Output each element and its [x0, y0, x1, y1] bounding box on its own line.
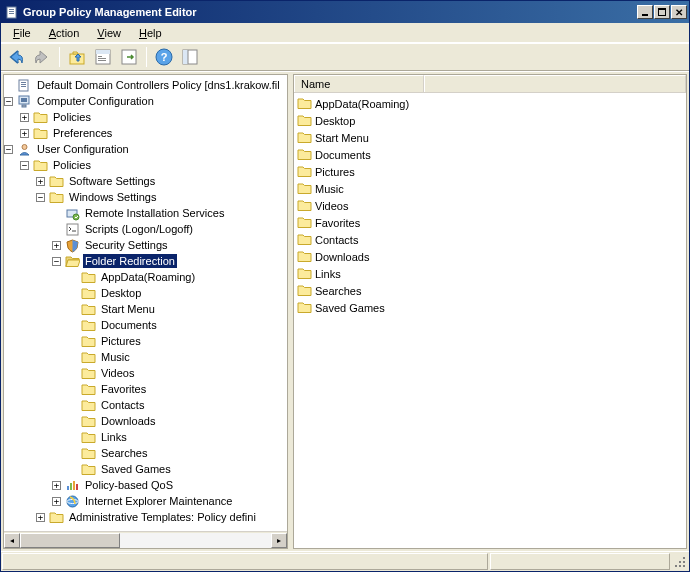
expand-icon[interactable]: + — [36, 177, 45, 186]
i-folder — [81, 302, 96, 317]
list-item-0[interactable]: AppData(Roaming) — [294, 95, 686, 112]
i-folder — [81, 430, 96, 445]
tree-item-user-config[interactable]: −User Configuration — [4, 141, 287, 157]
collapse-icon[interactable]: − — [4, 97, 13, 106]
forward-button[interactable] — [31, 46, 53, 68]
tree-item-cc-policies[interactable]: +Policies — [4, 109, 287, 125]
list-item-2[interactable]: Start Menu — [294, 129, 686, 146]
tree-item-redir-11[interactable]: Searches — [4, 445, 287, 461]
list[interactable]: AppData(Roaming)DesktopStart MenuDocumen… — [294, 93, 686, 548]
scroll-thumb[interactable] — [20, 533, 120, 548]
tree-item-redir-10[interactable]: Links — [4, 429, 287, 445]
expand-icon[interactable]: + — [36, 513, 45, 522]
tree-item-redir-5[interactable]: Music — [4, 349, 287, 365]
tree-label: Policy-based QoS — [83, 478, 175, 492]
list-item-1[interactable]: Desktop — [294, 112, 686, 129]
i-folder — [81, 414, 96, 429]
list-item-5[interactable]: Music — [294, 180, 686, 197]
export-button[interactable] — [118, 46, 140, 68]
expand-icon[interactable]: + — [52, 241, 61, 250]
list-item-11[interactable]: Searches — [294, 282, 686, 299]
titlebar[interactable]: Group Policy Management Editor ✕ — [1, 1, 689, 23]
menu-action[interactable]: Action — [41, 25, 88, 41]
svg-rect-31 — [658, 8, 666, 10]
tree-item-software-settings[interactable]: +Software Settings — [4, 173, 287, 189]
back-button[interactable] — [5, 46, 27, 68]
tree-item-redir-1[interactable]: Desktop — [4, 285, 287, 301]
tree-item-admin-templates[interactable]: +Administrative Templates: Policy defini — [4, 509, 287, 525]
svg-rect-36 — [679, 565, 681, 567]
minimize-button[interactable] — [637, 5, 653, 19]
tree-item-redir-4[interactable]: Pictures — [4, 333, 287, 349]
tree-item-qos[interactable]: +Policy-based QoS — [4, 477, 287, 493]
up-button[interactable] — [66, 46, 88, 68]
tree-item-cc-preferences[interactable]: +Preferences — [4, 125, 287, 141]
list-header[interactable]: Name — [294, 75, 686, 93]
maximize-button[interactable] — [654, 5, 670, 19]
collapse-icon[interactable]: − — [20, 161, 29, 170]
tree-item-uc-policies[interactable]: −Policies — [4, 157, 287, 173]
tree-label: Policies — [51, 158, 93, 172]
scroll-track[interactable] — [20, 533, 271, 548]
svg-rect-29 — [642, 14, 648, 16]
expand-icon[interactable]: + — [52, 481, 61, 490]
tree-item-ie-maint[interactable]: +Internet Explorer Maintenance — [4, 493, 287, 509]
list-label: Pictures — [315, 166, 355, 178]
tree-item-computer-config[interactable]: −Computer Configuration — [4, 93, 287, 109]
splitter[interactable] — [289, 72, 292, 551]
menu-view[interactable]: View — [89, 25, 129, 41]
collapse-icon[interactable]: − — [36, 193, 45, 202]
tree-item-scripts[interactable]: Scripts (Logon/Logoff) — [4, 221, 287, 237]
tree-item-redir-6[interactable]: Videos — [4, 365, 287, 381]
menu-help[interactable]: Help — [131, 25, 170, 41]
panes-button[interactable] — [179, 46, 201, 68]
expand-icon[interactable]: + — [52, 497, 61, 506]
list-label: Start Menu — [315, 132, 369, 144]
tree-item-redir-12[interactable]: Saved Games — [4, 461, 287, 477]
i-folder — [297, 215, 312, 230]
tree-item-redir-9[interactable]: Downloads — [4, 413, 287, 429]
tree[interactable]: Default Domain Controllers Policy [dns1.… — [4, 75, 287, 531]
tree-item-redir-7[interactable]: Favorites — [4, 381, 287, 397]
list-item-8[interactable]: Contacts — [294, 231, 686, 248]
list-item-4[interactable]: Pictures — [294, 163, 686, 180]
tree-item-redir-0[interactable]: AppData(Roaming) — [4, 269, 287, 285]
close-button[interactable]: ✕ — [671, 5, 687, 19]
tree-pane: Default Domain Controllers Policy [dns1.… — [3, 74, 288, 549]
tree-item-windows-settings[interactable]: −Windows Settings — [4, 189, 287, 205]
properties-button[interactable] — [92, 46, 114, 68]
tree-label: Documents — [99, 318, 159, 332]
resize-grip[interactable] — [671, 552, 689, 571]
list-label: Documents — [315, 149, 371, 161]
expand-icon[interactable]: + — [20, 129, 29, 138]
collapse-icon[interactable]: − — [52, 257, 61, 266]
svg-rect-32 — [683, 557, 685, 559]
list-item-3[interactable]: Documents — [294, 146, 686, 163]
tree-item-security[interactable]: +Security Settings — [4, 237, 287, 253]
tree-item-redir-2[interactable]: Start Menu — [4, 301, 287, 317]
list-item-10[interactable]: Links — [294, 265, 686, 282]
help-button[interactable] — [153, 46, 175, 68]
tree-hscroll[interactable]: ◂ ▸ — [4, 531, 287, 548]
tree-label: Favorites — [99, 382, 148, 396]
tree-label: Windows Settings — [67, 190, 158, 204]
list-item-9[interactable]: Downloads — [294, 248, 686, 265]
list-item-6[interactable]: Videos — [294, 197, 686, 214]
tree-item-ris[interactable]: Remote Installation Services — [4, 205, 287, 221]
i-folder — [297, 249, 312, 264]
menu-file[interactable]: File — [5, 25, 39, 41]
list-item-12[interactable]: Saved Games — [294, 299, 686, 316]
tree-item-folder-redirection[interactable]: −Folder Redirection — [4, 253, 287, 269]
tree-label: Administrative Templates: Policy defini — [67, 510, 258, 524]
col-spacer[interactable] — [424, 75, 686, 92]
list-item-7[interactable]: Favorites — [294, 214, 686, 231]
tree-item-redir-8[interactable]: Contacts — [4, 397, 287, 413]
expand-icon[interactable]: + — [20, 113, 29, 122]
tree-item-root[interactable]: Default Domain Controllers Policy [dns1.… — [4, 77, 287, 93]
scroll-right-button[interactable]: ▸ — [271, 533, 287, 548]
tree-label: Start Menu — [99, 302, 157, 316]
scroll-left-button[interactable]: ◂ — [4, 533, 20, 548]
col-name[interactable]: Name — [294, 75, 424, 92]
tree-item-redir-3[interactable]: Documents — [4, 317, 287, 333]
collapse-icon[interactable]: − — [4, 145, 13, 154]
